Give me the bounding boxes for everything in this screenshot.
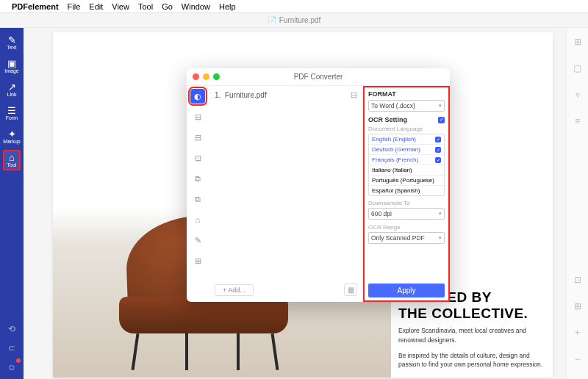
tool-text[interactable]: ✎Text — [3, 32, 21, 53]
modal-title: PDF Converter — [187, 73, 450, 81]
pdf-converter-modal: PDF Converter ◐ ⊟ ⊟ ⊡ ⧉ ⧉ ⌂ ✎ ⊞ 1. — [187, 68, 450, 302]
chevron-down-icon: ▾ — [439, 235, 442, 241]
downsample-label: Downsample To — [368, 200, 445, 206]
nav-attach-icon[interactable]: ⧉ — [190, 192, 205, 206]
page-bodytext: Explore Scandinavia, meet local creative… — [398, 326, 545, 375]
zoom-fit-icon[interactable]: ⊡ — [571, 273, 584, 286]
grid-view-icon[interactable]: ▦ — [344, 283, 357, 296]
text-icon: ✎ — [8, 35, 16, 45]
toolbox-icon: ⌂ — [9, 153, 15, 162]
lang-spanish[interactable]: Español (Spanish) — [369, 186, 444, 195]
modal-header: PDF Converter — [187, 68, 450, 86]
ocr-label: OCR Setting — [368, 116, 407, 123]
doclang-label: Document Language — [368, 126, 445, 132]
image-icon: ▣ — [7, 59, 16, 68]
menu-tool[interactable]: Tool — [138, 2, 153, 11]
form-icon: ☰ — [7, 106, 16, 115]
add-file-button[interactable]: + Add... — [215, 284, 254, 296]
page-panel-icon[interactable]: ▢ — [571, 62, 584, 75]
lang-italian[interactable]: Italiano (Italian) — [369, 165, 444, 176]
converter-settings-panel: FORMAT To Word (.docx) ▾ OCR Setting ✓ D… — [363, 86, 450, 302]
tool-link[interactable]: ↗Link — [3, 79, 21, 100]
ocr-range-select[interactable]: Only Scanned PDF ▾ — [368, 232, 445, 244]
notification-badge — [16, 358, 21, 363]
ocr-range-label: OCR Range — [368, 224, 445, 231]
user-icon[interactable]: ☺ — [4, 360, 19, 375]
zoom-out-icon[interactable]: − — [571, 353, 584, 366]
menu-help[interactable]: Help — [219, 2, 236, 11]
document-title: Furniture.pdf — [279, 16, 321, 24]
apply-button[interactable]: Apply — [368, 284, 445, 297]
window-titlebar: 📄 Furniture.pdf — [0, 13, 588, 28]
format-label: FORMAT — [368, 90, 445, 98]
nav-back-icon[interactable]: ⟲ — [4, 322, 19, 336]
menu-file[interactable]: File — [68, 2, 81, 11]
tool-markup[interactable]: ✦Markup — [3, 126, 21, 147]
panel-toggle-icon[interactable]: ⊞ — [571, 35, 584, 48]
nav-edit-icon[interactable]: ✎ — [190, 233, 205, 248]
file-list: 1. Furniture.pdf ⊟ + Add... ▦ — [209, 86, 363, 302]
tool-form[interactable]: ☰Form — [3, 103, 21, 123]
file-remove-icon[interactable]: ⊟ — [351, 90, 357, 100]
file-name: Furniture.pdf — [225, 91, 267, 99]
workspace: ✎Text ▣Image ↗Link ☰Form ✦Markup ⌂Tool ⟲… — [0, 28, 588, 379]
bookmark-panel-icon[interactable]: ▿ — [571, 88, 584, 101]
check-icon: ✓ — [435, 157, 441, 163]
ocr-toggle[interactable]: ✓ — [438, 117, 445, 123]
tool-tool[interactable]: ⌂Tool — [3, 150, 21, 170]
menu-view[interactable]: View — [112, 2, 129, 11]
nav-sync-icon[interactable]: ⊂ — [4, 341, 19, 355]
lang-portuguese[interactable]: Português (Portuguese) — [369, 176, 444, 186]
lang-english[interactable]: English (English)✓ — [369, 134, 444, 145]
lang-french[interactable]: Français (French)✓ — [369, 155, 444, 165]
format-select[interactable]: To Word (.docx) ▾ — [368, 100, 445, 112]
file-number: 1. — [215, 91, 225, 99]
menu-edit[interactable]: Edit — [89, 2, 103, 11]
tool-image[interactable]: ▣Image — [3, 56, 21, 76]
language-list: English (English)✓ Deutsch (German)✓ Fra… — [368, 134, 445, 196]
menu-window[interactable]: Window — [182, 2, 210, 11]
link-icon: ↗ — [8, 82, 16, 92]
zoom-width-icon[interactable]: ⊞ — [571, 300, 584, 313]
nav-more-icon[interactable]: ⊞ — [190, 253, 205, 268]
check-icon: ✓ — [435, 137, 441, 142]
chevron-down-icon: ▾ — [439, 103, 442, 109]
zoom-in-icon[interactable]: + — [571, 326, 584, 339]
nav-copy-icon[interactable]: ⧉ — [190, 171, 205, 186]
nav-page-icon[interactable]: ⊟ — [190, 130, 205, 145]
markup-icon: ✦ — [8, 129, 16, 139]
chevron-down-icon: ▾ — [439, 211, 442, 217]
file-row[interactable]: 1. Furniture.pdf ⊟ — [215, 90, 357, 100]
menu-go[interactable]: Go — [162, 2, 173, 11]
right-sidebar: ⊞ ▢ ▿ ≡ ⊡ ⊞ + − — [566, 28, 588, 379]
nav-sheet-icon[interactable]: ⊡ — [190, 151, 205, 165]
pdf-doc-icon: 📄 — [268, 16, 276, 24]
left-sidebar: ✎Text ▣Image ↗Link ☰Form ✦Markup ⌂Tool ⟲… — [0, 28, 24, 379]
convert-mode-icon[interactable]: ◐ — [190, 89, 205, 104]
downsample-select[interactable]: 600 dpi ▾ — [368, 208, 445, 220]
check-icon: ✓ — [435, 147, 441, 153]
app-name[interactable]: PDFelement — [12, 2, 59, 11]
converter-nav: ◐ ⊟ ⊟ ⊡ ⧉ ⧉ ⌂ ✎ ⊞ — [187, 86, 209, 302]
canvas-area: INSPIRED BY THE COLLECTIVE. Explore Scan… — [24, 28, 566, 379]
nav-lock-icon[interactable]: ⌂ — [190, 212, 205, 227]
list-panel-icon[interactable]: ≡ — [571, 115, 584, 128]
macos-menubar: PDFelement File Edit View Tool Go Window… — [0, 0, 588, 13]
nav-doc-icon[interactable]: ⊟ — [190, 109, 205, 124]
lang-german[interactable]: Deutsch (German)✓ — [369, 145, 444, 155]
